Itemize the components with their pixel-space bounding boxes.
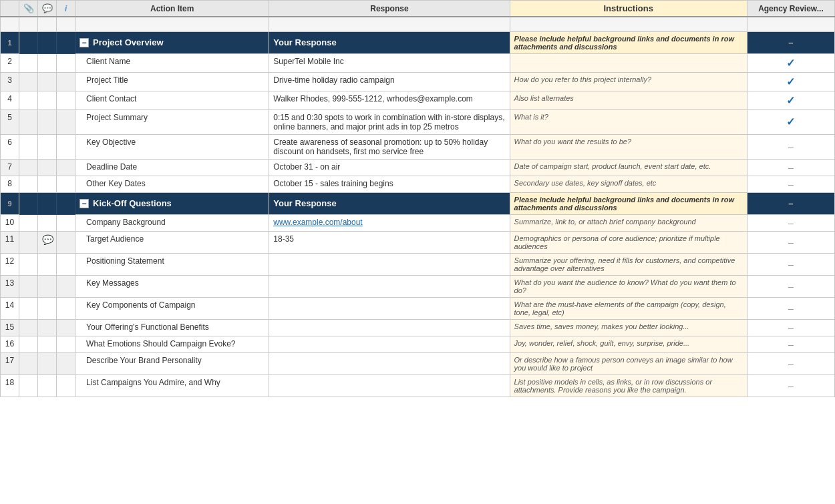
minus-icon: –: [788, 162, 794, 173]
section-header-row: 9−Kick-Off QuestionsYour ResponsePlease …: [1, 192, 835, 214]
comment-icon: 💬: [42, 3, 53, 13]
row-attach-cell[interactable]: [19, 231, 38, 253]
action-item-label: Client Contact: [75, 91, 269, 109]
row-comment-cell[interactable]: [38, 275, 57, 297]
table-row: 5Project Summary0:15 and 0:30 spots to w…: [1, 109, 835, 134]
agency-review-cell: ✓: [747, 109, 834, 134]
row-info-cell[interactable]: [57, 336, 75, 352]
row-number: 5: [1, 109, 19, 134]
row-info-cell[interactable]: [57, 319, 75, 336]
instructions-cell: What do you want the audience to know? W…: [510, 275, 747, 297]
response-cell[interactable]: 0:15 and 0:30 spots to work in combinati…: [269, 109, 510, 134]
row-info-cell[interactable]: [57, 374, 75, 397]
row-attach-cell[interactable]: [19, 159, 38, 176]
action-item-label: List Campaigns You Admire, and Why: [75, 374, 269, 397]
response-cell[interactable]: www.example.com/about: [269, 214, 510, 231]
response-cell[interactable]: [269, 352, 510, 374]
minus-icon: –: [788, 218, 794, 228]
minus-icon: –: [788, 237, 794, 248]
row-comment-cell[interactable]: [38, 159, 57, 176]
response-cell[interactable]: SuperTel Mobile Inc: [269, 53, 510, 72]
row-comment-cell[interactable]: [38, 319, 57, 336]
section-response-label: Your Response: [269, 192, 510, 214]
response-cell[interactable]: Walker Rhodes, 999-555-1212, wrhodes@exa…: [269, 91, 510, 109]
row-comment-cell[interactable]: [38, 134, 57, 159]
row-number: 17: [1, 352, 19, 374]
action-item-label: Key Components of Campaign: [75, 297, 269, 319]
response-cell[interactable]: Create awareness of seasonal promotion: …: [269, 134, 510, 159]
action-item-label: Key Objective: [75, 134, 269, 159]
row-info-cell[interactable]: [57, 352, 75, 374]
row-attach-cell[interactable]: [19, 214, 38, 231]
response-cell[interactable]: 18-35: [269, 231, 510, 253]
response-cell[interactable]: [269, 297, 510, 319]
checkmark-icon: ✓: [786, 76, 795, 87]
row-info-cell[interactable]: [57, 91, 75, 109]
row-info-cell[interactable]: [57, 297, 75, 319]
row-comment-cell[interactable]: [38, 352, 57, 374]
table-row: 17Describe Your Brand PersonalityOr desc…: [1, 352, 835, 374]
instructions-col-header: Instructions: [510, 1, 747, 17]
row-attach-cell[interactable]: [19, 297, 38, 319]
row-info-cell[interactable]: [57, 72, 75, 91]
table-row: 10Company Backgroundwww.example.com/abou…: [1, 214, 835, 231]
row-attach-cell[interactable]: [19, 53, 38, 72]
row-attach-cell[interactable]: [19, 374, 38, 397]
row-attach-cell[interactable]: [19, 352, 38, 374]
action-item-col-header: Action Item: [75, 1, 269, 17]
response-cell[interactable]: [269, 374, 510, 397]
table-row: 4Client ContactWalker Rhodes, 999-555-12…: [1, 91, 835, 109]
response-cell[interactable]: [269, 275, 510, 297]
row-attach-cell[interactable]: [19, 253, 38, 275]
row-info-cell[interactable]: [57, 176, 75, 192]
row-info-cell[interactable]: [57, 275, 75, 297]
agency-review-cell: –: [747, 352, 834, 374]
row-attach-cell[interactable]: [19, 319, 38, 336]
row-info-cell[interactable]: [57, 253, 75, 275]
empty-row: [1, 17, 835, 31]
row-attach-cell[interactable]: [19, 72, 38, 91]
row-info-cell[interactable]: [57, 53, 75, 72]
row-info-cell[interactable]: [57, 231, 75, 253]
agency-review-cell: –: [747, 297, 834, 319]
agency-review-cell: –: [747, 253, 834, 275]
row-comment-cell[interactable]: [38, 336, 57, 352]
row-comment-cell[interactable]: [38, 176, 57, 192]
row-info-cell[interactable]: [57, 159, 75, 176]
instructions-cell: Date of campaign start, product launch, …: [510, 159, 747, 176]
row-attach-cell[interactable]: [19, 109, 38, 134]
instructions-cell: Summarize your offering, need it fills f…: [510, 253, 747, 275]
row-comment-cell[interactable]: [38, 374, 57, 397]
agency-review-cell: –: [747, 176, 834, 192]
minus-icon: –: [788, 281, 794, 292]
response-link[interactable]: www.example.com/about: [273, 218, 362, 227]
row-comment-cell[interactable]: [38, 91, 57, 109]
row-info-cell[interactable]: [57, 109, 75, 134]
row-comment-cell[interactable]: [38, 109, 57, 134]
row-comment-cell[interactable]: [38, 72, 57, 91]
response-cell[interactable]: October 31 - on air: [269, 159, 510, 176]
table-row: 16What Emotions Should Campaign Evoke?Jo…: [1, 336, 835, 352]
row-number: 10: [1, 214, 19, 231]
row-info-cell[interactable]: [57, 134, 75, 159]
row-attach-cell[interactable]: [19, 134, 38, 159]
row-comment-cell[interactable]: [38, 214, 57, 231]
row-comment-cell[interactable]: 💬: [38, 231, 57, 253]
row-comment-cell[interactable]: [38, 253, 57, 275]
action-item-label: Positioning Statement: [75, 253, 269, 275]
row-attach-cell[interactable]: [19, 91, 38, 109]
row-comment-cell[interactable]: [38, 53, 57, 72]
row-attach-cell[interactable]: [19, 275, 38, 297]
row-attach-cell[interactable]: [19, 336, 38, 352]
row-attach-cell[interactable]: [19, 176, 38, 192]
row-comment-cell[interactable]: [38, 297, 57, 319]
action-item-label: What Emotions Should Campaign Evoke?: [75, 336, 269, 352]
response-cell[interactable]: [269, 319, 510, 336]
response-cell[interactable]: October 15 - sales training begins: [269, 176, 510, 192]
response-cell[interactable]: Drive-time holiday radio campaign: [269, 72, 510, 91]
response-cell[interactable]: [269, 336, 510, 352]
section-agency: –: [747, 31, 834, 53]
response-cell[interactable]: [269, 253, 510, 275]
row-info-cell[interactable]: [57, 214, 75, 231]
action-item-label: Target Audience: [75, 231, 269, 253]
